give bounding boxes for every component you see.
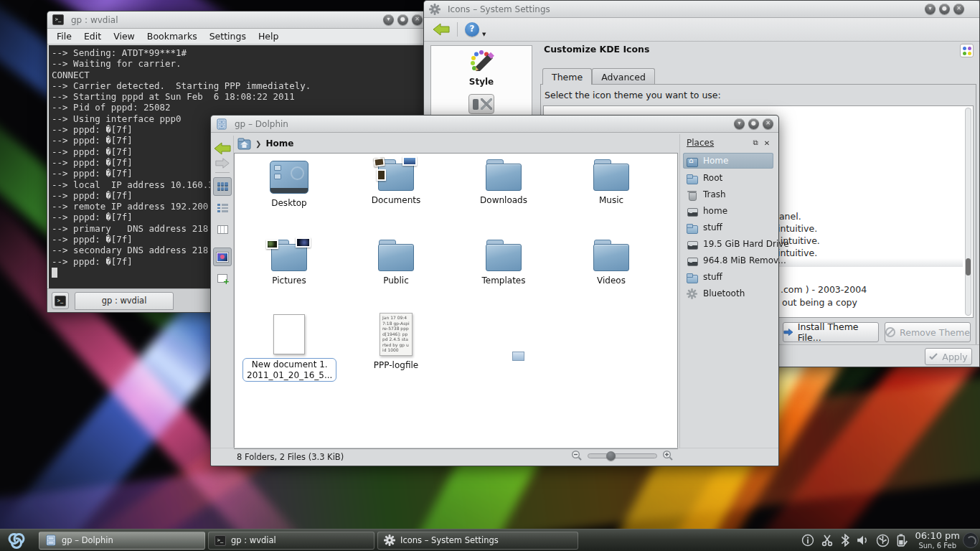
zoom-slider[interactable] bbox=[588, 453, 657, 458]
icon-sizes-widget[interactable] bbox=[960, 44, 974, 57]
volume-icon[interactable] bbox=[857, 534, 870, 546]
places-item-home-partition[interactable]: home bbox=[683, 203, 773, 219]
back-arrow-button[interactable] bbox=[433, 22, 450, 37]
usb-device-icon[interactable] bbox=[876, 534, 890, 547]
places-item-bluetooth[interactable]: Bluetooth bbox=[683, 286, 773, 301]
tab-advanced[interactable]: Advanced bbox=[592, 68, 655, 85]
folder-item-music[interactable]: Music bbox=[565, 159, 658, 205]
klipper-scissors-icon[interactable] bbox=[821, 534, 834, 547]
breadcrumb-home[interactable]: Home bbox=[265, 138, 293, 149]
style-pencil-icon bbox=[467, 50, 496, 75]
scrollbar-thumb[interactable] bbox=[966, 258, 971, 276]
folder-item-pictures[interactable]: Pictures bbox=[242, 240, 336, 286]
close-button[interactable]: ✕ bbox=[763, 118, 773, 129]
zoom-slider-knob[interactable] bbox=[606, 451, 616, 461]
scrollbar[interactable] bbox=[965, 108, 971, 316]
menu-view[interactable]: View bbox=[113, 31, 135, 42]
new-tab-button[interactable]: >_ bbox=[52, 292, 69, 309]
places-item-removable[interactable]: 964.8 MiB Remov... bbox=[683, 253, 773, 268]
text-file-preview-icon: Jan 17 09:47:18 gp-Aspire-5738 pppd[1946… bbox=[380, 313, 413, 356]
folder-item-downloads[interactable]: Downloads bbox=[457, 159, 550, 205]
places-item-trash[interactable]: Trash bbox=[683, 187, 773, 202]
sidebar-item-tools-icon[interactable] bbox=[468, 94, 494, 114]
bluetooth-icon[interactable] bbox=[840, 534, 850, 547]
remove-theme-button[interactable]: Remove Theme bbox=[885, 322, 971, 342]
minimize-button[interactable]: ▾ bbox=[383, 14, 394, 25]
folder-item-public[interactable]: Public bbox=[349, 240, 443, 286]
places-item-root[interactable]: Root bbox=[683, 170, 773, 186]
trash-icon bbox=[687, 190, 697, 199]
menu-file[interactable]: File bbox=[57, 31, 72, 42]
task-system-settings[interactable]: Icons – System Settings bbox=[377, 532, 578, 550]
folder-item-desktop[interactable]: Desktop bbox=[242, 159, 336, 208]
system-tray bbox=[801, 534, 908, 547]
file-item-ppp-logfile[interactable]: Jan 17 09:47:18 gp-Aspire-5738 pppd[1946… bbox=[349, 313, 443, 370]
icons-view-icon bbox=[217, 182, 228, 191]
theme-list-text: intuitive. bbox=[778, 223, 817, 234]
panel-toolbox-cashew[interactable] bbox=[963, 532, 979, 548]
float-panel-button[interactable]: ⧉ bbox=[750, 138, 760, 147]
install-theme-button[interactable]: Install Theme File... bbox=[783, 322, 879, 342]
terminal-menubar: File Edit View Bookmarks Settings Help bbox=[47, 29, 428, 44]
task-wvdial[interactable]: >_ gp : wvdial bbox=[208, 532, 374, 550]
home-folder-icon[interactable] bbox=[237, 138, 251, 150]
help-button[interactable]: ? bbox=[465, 22, 479, 37]
places-item-stuff2[interactable]: stuff bbox=[683, 269, 773, 285]
folder-item-videos[interactable]: Videos bbox=[565, 240, 658, 286]
sidebar-item-style[interactable]: Style bbox=[431, 46, 532, 87]
menu-help[interactable]: Help bbox=[258, 31, 279, 42]
preview-button[interactable] bbox=[213, 248, 232, 266]
dolphin-titlebar[interactable]: gp – Dolphin ▾ ● ✕ bbox=[211, 116, 778, 133]
folder-label: Pictures bbox=[242, 276, 336, 286]
places-item-stuff[interactable]: stuff bbox=[683, 220, 773, 235]
icons-view-button[interactable] bbox=[213, 177, 232, 196]
terminal-tab[interactable]: gp : wvdial bbox=[75, 292, 174, 310]
minimize-button[interactable]: ▾ bbox=[925, 4, 936, 14]
minimize-button[interactable]: ▾ bbox=[734, 118, 745, 129]
terminal-line: --> Sending: ATDT*99***1# bbox=[52, 47, 423, 58]
breadcrumb: ❯ Home bbox=[234, 134, 293, 153]
settings-titlebar[interactable]: Icons – System Settings ▾ ● ✕ bbox=[424, 1, 979, 18]
terminal-titlebar[interactable]: >_ gp : wvdial ▾ ● ✕ bbox=[47, 11, 428, 29]
menu-bookmarks[interactable]: Bookmarks bbox=[147, 31, 197, 42]
app-launcher-button[interactable] bbox=[6, 530, 27, 550]
clock-widget[interactable]: 06:10 pm Sun, 6 Feb bbox=[915, 531, 960, 549]
toolbar-separator bbox=[215, 172, 230, 173]
maximize-button[interactable]: ● bbox=[397, 14, 408, 25]
zoom-in-icon[interactable] bbox=[662, 450, 674, 461]
folder-label: Desktop bbox=[242, 198, 336, 208]
folder-icon bbox=[486, 164, 522, 191]
terminal-line: CONNECT bbox=[52, 70, 423, 80]
chevron-down-icon[interactable]: ▼ bbox=[482, 32, 486, 37]
close-button[interactable]: ✕ bbox=[953, 4, 964, 14]
split-view-button[interactable]: + bbox=[213, 269, 232, 288]
folder-item-documents[interactable]: Documents bbox=[349, 159, 443, 205]
places-item-hard-drive[interactable]: 19.5 GiB Hard Drive bbox=[683, 236, 773, 252]
columns-view-icon bbox=[217, 225, 228, 234]
gear-icon bbox=[687, 288, 697, 299]
places-item-home[interactable]: Home bbox=[683, 153, 773, 169]
forward-button[interactable] bbox=[215, 157, 230, 169]
maximize-button[interactable]: ● bbox=[939, 4, 950, 14]
zoom-out-icon[interactable] bbox=[571, 450, 583, 461]
details-view-button[interactable] bbox=[213, 199, 232, 217]
menu-edit[interactable]: Edit bbox=[84, 31, 101, 42]
info-icon[interactable] bbox=[801, 534, 814, 547]
breadcrumb-separator: ❯ bbox=[255, 140, 261, 148]
file-view[interactable]: Desktop Documents Downloads Music Pictur… bbox=[234, 153, 678, 449]
close-button[interactable]: ✕ bbox=[412, 14, 423, 25]
task-dolphin[interactable]: gp – Dolphin bbox=[39, 532, 205, 550]
file-item-new-document[interactable]: New document 1. 2011_01_20_16_5... bbox=[242, 313, 336, 382]
tab-theme[interactable]: Theme bbox=[542, 68, 592, 85]
folder-item-templates[interactable]: Templates bbox=[457, 240, 550, 286]
apply-button[interactable]: Apply bbox=[925, 348, 972, 365]
menu-settings[interactable]: Settings bbox=[209, 31, 246, 42]
maximize-button[interactable]: ● bbox=[748, 118, 759, 129]
terminal-line: --> Carrier detected. Starting PPP immed… bbox=[52, 80, 423, 91]
folder-label: Music bbox=[565, 195, 658, 205]
battery-icon[interactable] bbox=[896, 534, 908, 547]
details-view-icon bbox=[217, 204, 228, 212]
close-panel-button[interactable]: ✕ bbox=[762, 139, 772, 147]
columns-view-button[interactable] bbox=[213, 220, 232, 239]
back-button[interactable] bbox=[214, 141, 231, 156]
